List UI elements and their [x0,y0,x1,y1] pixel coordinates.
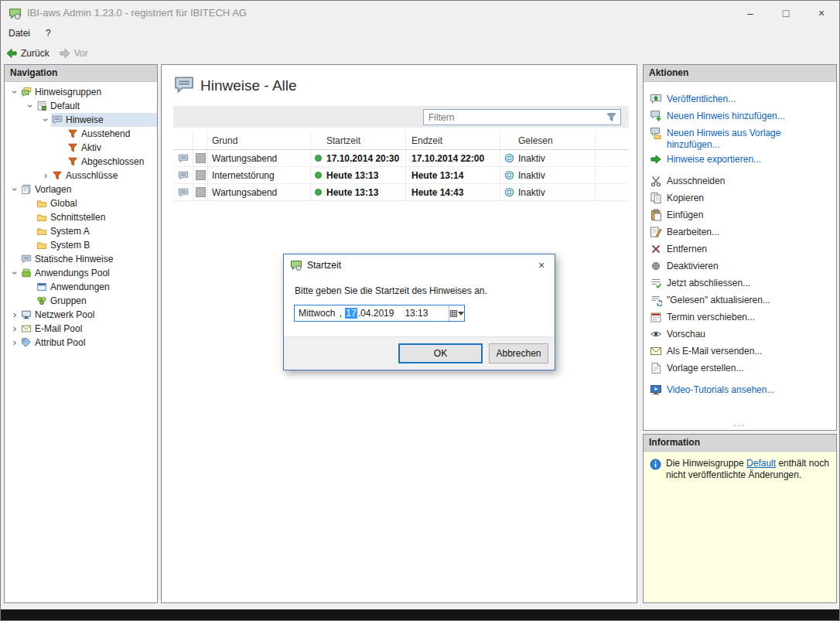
forward-arrow-icon [59,47,71,60]
tree-item-ausstehend[interactable]: Ausstehend [5,127,157,141]
tree-item-netzwerk-pool[interactable]: Netzwerk Pool [5,308,157,322]
row-checkbox[interactable] [196,153,206,163]
folder-icon [36,240,47,251]
header-checkbox-column[interactable] [193,131,208,149]
tree-item-global[interactable]: Global [5,196,157,210]
chevron-down-icon[interactable] [9,268,20,278]
table-row[interactable]: Wartungsabend 17.10.2014 20:30 17.10.201… [173,150,629,167]
header-endzeit[interactable]: Endzeit [406,131,500,149]
info-text-before: Die Hinweisgruppe [666,458,746,469]
header-startzeit[interactable]: Startzeit [311,131,406,149]
actions-header: Aktionen [644,65,836,82]
startzeit-dialog: Startzeit × Bitte geben Sie die Startzei… [283,254,555,370]
close-button[interactable]: × [804,1,839,25]
datetime-dropdown-button[interactable] [449,305,464,321]
action-video-tutorials[interactable]: Video-Tutorials ansehen... [644,382,836,399]
table-row[interactable]: Wartungsabend Heute 13:13 Heute 14:43 In… [173,184,629,201]
tree-item-ausschluesse[interactable]: Ausschlüsse [5,169,157,183]
header-grund[interactable]: Grund [208,131,311,149]
tree-item-vorlagen[interactable]: Vorlagen [5,183,157,196]
filter-input[interactable] [424,112,606,123]
datetime-time[interactable]: 13:13 [404,308,429,319]
action-ausschneiden[interactable]: Ausschneiden [644,173,836,190]
action-hinweis-aus-vorlage[interactable]: Neuen Hinweis aus Vorlage hinzufügen... [644,125,836,150]
tree-item-aktiv[interactable]: Aktiv [5,141,157,155]
pool-icon [21,268,32,278]
tree-item-attribut-pool[interactable]: Attribut Pool [5,336,157,350]
tree-item-system-a[interactable]: System A [5,224,157,238]
ok-button[interactable]: OK [398,343,483,363]
action-gelesen-aktualisieren[interactable]: "Gelesen" aktualisieren... [644,292,836,309]
datetime-monthyear[interactable]: .04.2019 [357,308,395,319]
action-entfernen[interactable]: Entfernen [644,241,836,258]
row-checkbox[interactable] [196,187,206,197]
action-als-email-versenden[interactable]: Als E-Mail versenden... [644,343,836,360]
tree-label: Anwendungen [50,281,110,292]
tree-item-gruppen[interactable]: Gruppen [5,294,157,308]
chevron-down-icon[interactable] [25,101,36,111]
tree-item-statische-hinweise[interactable]: Statische Hinweise [5,252,157,266]
forward-button[interactable]: Vor [54,46,93,61]
tree-item-hinweisgruppen[interactable]: Hinweisgruppen [5,85,157,99]
tree-item-schnittstellen[interactable]: Schnittstellen [5,210,157,224]
hinweisgruppen-icon [21,87,32,97]
chevron-down-icon[interactable] [9,87,20,97]
minimize-button[interactable]: – [732,1,768,25]
remove-icon [650,243,662,255]
menu-help[interactable]: ? [38,26,59,43]
tree-label: Global [50,198,77,209]
filter-funnel-icon [67,142,78,153]
toolbar: Zurück Vor [1,43,839,63]
action-veroeffentlichen[interactable]: Veröffentlichen... [644,91,836,108]
tree-item-default[interactable]: Default [5,99,157,113]
action-einfuegen[interactable]: Einfügen [644,207,836,224]
chevron-right-icon[interactable] [9,309,20,320]
startzeit-datetime-input[interactable]: Mittwoch , 17 .04.2019 13:13 [294,305,465,322]
actions-overflow-indicator[interactable]: ... [644,418,836,428]
action-jetzt-abschliessen[interactable]: Jetzt abschliessen... [644,275,836,292]
tree-item-anwendungen[interactable]: Anwendungen [5,280,157,294]
datetime-weekday[interactable]: Mittwoch [295,308,336,319]
chevron-down-icon[interactable] [9,184,20,195]
dialog-close-button[interactable]: × [528,255,555,276]
info-icon [650,459,661,470]
navigation-header: Navigation [5,65,157,82]
tree-item-anwendungs-pool[interactable]: Anwendungs Pool [5,266,157,280]
tree-item-system-b[interactable]: System B [5,238,157,252]
action-hinweise-exportieren[interactable]: Hinweise exportieren... [644,152,836,169]
cancel-button[interactable]: Abbrechen [489,343,548,363]
tree-item-email-pool[interactable]: E-Mail Pool [5,322,157,336]
tree-item-hinweise[interactable]: Hinweise [5,113,157,127]
tree-label: Default [50,101,80,111]
back-arrow-icon [5,47,18,60]
datetime-day-selected[interactable]: 17 [345,308,357,319]
action-neuen-hinweis-hinzufuegen[interactable]: Neuen Hinweis hinzufügen... [644,108,836,125]
action-deaktivieren[interactable]: Deaktivieren [644,258,836,275]
action-kopieren[interactable]: Kopieren [644,190,836,207]
chevron-right-icon[interactable] [9,323,20,334]
header-icon-column[interactable] [173,131,193,149]
maximize-button[interactable]: □ [768,1,804,25]
chevron-right-icon[interactable] [40,170,51,181]
filter-funnel-icon [606,111,617,123]
menu-datei[interactable]: Datei [1,26,38,43]
default-group-link[interactable]: Default [746,458,776,469]
table-row[interactable]: Internetstörung Heute 13:13 Heute 13:14 … [173,167,629,184]
action-vorlage-erstellen[interactable]: Vorlage erstellen... [644,360,836,377]
chevron-down-icon[interactable] [40,114,51,125]
add-note-icon [650,110,662,122]
action-termin-verschieben[interactable]: Termin verschieben... [644,309,836,326]
filter-box[interactable] [423,109,621,125]
video-tutorials-icon [650,384,662,396]
action-bearbeiten[interactable]: Bearbeiten... [644,224,836,241]
back-button[interactable]: Zurück [1,46,54,61]
deactivate-icon [650,260,662,272]
chevron-right-icon[interactable] [9,337,20,348]
templates-icon [21,184,32,195]
action-vorschau[interactable]: Vorschau [644,326,836,343]
navigation-tree: Hinweisgruppen Default Hinweise Ausstehe… [5,82,157,350]
row-checkbox[interactable] [196,170,206,180]
header-gelesen[interactable]: Gelesen [500,131,596,149]
tree-label: E-Mail Pool [35,323,82,334]
tree-item-abgeschlossen[interactable]: Abgeschlossen [5,155,157,169]
